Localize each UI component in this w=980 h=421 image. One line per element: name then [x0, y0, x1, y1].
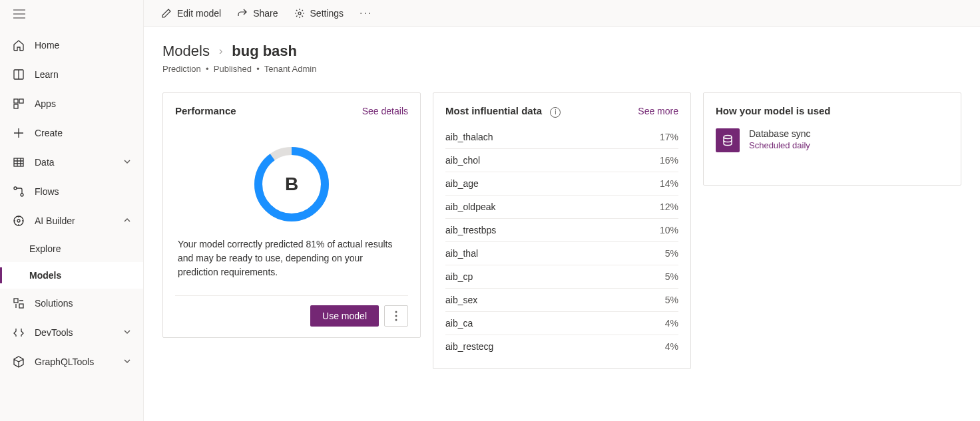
svg-point-7 [14, 216, 23, 225]
svg-rect-10 [19, 304, 23, 308]
topbar: Edit model Share Settings ··· [144, 0, 980, 27]
flows-icon [12, 185, 25, 198]
feature-name: aib_chol [445, 155, 480, 166]
feature-percent: 17% [660, 132, 678, 142]
nav-label: Create [35, 128, 63, 138]
grid-icon [12, 156, 25, 169]
book-icon [12, 68, 25, 81]
chevron-down-icon [123, 327, 131, 338]
breadcrumb-current: bug bash [232, 43, 297, 60]
nav-ai-builder[interactable]: AI Builder [0, 206, 143, 235]
nav-label: Explore [29, 243, 61, 254]
svg-point-14 [395, 311, 397, 313]
influential-row: aib_thalach17% [445, 126, 678, 149]
nav-apps[interactable]: Apps [0, 89, 143, 118]
breadcrumb: Models › bug bash [162, 43, 961, 60]
nav-label: Flows [35, 186, 59, 197]
influential-row: aib_age14% [445, 172, 678, 196]
use-model-button[interactable]: Use model [310, 305, 379, 327]
nav-label: Apps [35, 98, 56, 109]
feature-percent: 5% [665, 248, 678, 259]
nav-flows[interactable]: Flows [0, 177, 143, 206]
feature-percent: 16% [660, 155, 678, 166]
devtools-icon [12, 326, 25, 339]
nav-models[interactable]: Models [0, 262, 143, 289]
content: Models › bug bash Prediction • Published… [144, 27, 980, 421]
nav-label: Solutions [35, 298, 73, 309]
card-title: Performance [175, 105, 236, 116]
svg-point-5 [14, 187, 17, 190]
performance-description: Your model correctly predicted 81% of ac… [175, 237, 408, 279]
button-label: Share [253, 8, 278, 19]
chevron-down-icon [123, 356, 131, 367]
svg-point-6 [21, 194, 23, 196]
feature-percent: 5% [665, 271, 678, 282]
influential-row: aib_sex5% [445, 289, 678, 312]
nav-label: DevTools [35, 327, 73, 338]
feature-percent: 10% [660, 225, 678, 235]
nav-learn[interactable]: Learn [0, 60, 143, 89]
nav-label: GraphQLTools [35, 356, 94, 367]
nav-explore[interactable]: Explore [0, 235, 143, 262]
influential-row: aib_restecg4% [445, 335, 678, 358]
feature-name: aib_oldpeak [445, 202, 496, 212]
svg-point-17 [724, 136, 732, 139]
feature-name: aib_trestbps [445, 225, 496, 235]
svg-rect-9 [14, 299, 18, 303]
chevron-up-icon [123, 215, 131, 226]
settings-button[interactable]: Settings [288, 4, 351, 23]
ai-icon [12, 214, 25, 227]
usage-item[interactable]: Database sync Scheduled daily [716, 128, 949, 152]
influential-row: aib_chol16% [445, 149, 678, 172]
hamburger-icon[interactable] [0, 0, 143, 31]
feature-name: aib_restecg [445, 341, 493, 352]
usage-item-title: Database sync [749, 128, 811, 139]
nav-solutions[interactable]: Solutions [0, 289, 143, 318]
feature-percent: 12% [660, 202, 678, 212]
plus-icon [12, 126, 25, 140]
button-label: Settings [310, 8, 344, 19]
chevron-down-icon [123, 157, 131, 168]
nav-home[interactable]: Home [0, 31, 143, 60]
svg-point-16 [395, 319, 397, 321]
feature-name: aib_ca [445, 318, 473, 329]
apps-icon [12, 97, 25, 110]
more-button[interactable]: ··· [353, 3, 379, 23]
main: Edit model Share Settings ··· Models › b… [144, 0, 980, 421]
svg-point-8 [17, 219, 20, 222]
feature-percent: 4% [665, 341, 678, 352]
feature-name: aib_sex [445, 295, 477, 305]
usage-card: How your model is used Database sync Sch… [703, 92, 961, 186]
breadcrumb-parent[interactable]: Models [162, 43, 210, 60]
card-title: Most influential data [445, 105, 542, 116]
influential-list: aib_thalach17%aib_chol16%aib_age14%aib_o… [445, 126, 678, 358]
nav-label: Learn [35, 69, 59, 80]
svg-point-15 [395, 315, 397, 317]
svg-rect-2 [19, 99, 23, 103]
feature-percent: 5% [665, 295, 678, 305]
influential-row: aib_trestbps10% [445, 219, 678, 242]
nav-create[interactable]: Create [0, 118, 143, 148]
nav-devtools[interactable]: DevTools [0, 318, 143, 347]
influential-row: aib_oldpeak12% [445, 196, 678, 219]
performance-donut: B [252, 144, 332, 224]
influential-row: aib_ca4% [445, 312, 678, 335]
model-meta: Prediction • Published • Tenant Admin [162, 64, 961, 74]
nav-graphqltools[interactable]: GraphQLTools [0, 347, 143, 376]
influential-row: aib_cp5% [445, 265, 678, 289]
see-details-link[interactable]: See details [362, 106, 408, 116]
influential-row: aib_thal5% [445, 242, 678, 265]
edit-model-button[interactable]: Edit model [154, 4, 228, 23]
sidebar: Home Learn Apps Create Data Flows AI Bui… [0, 0, 144, 421]
info-icon[interactable]: i [550, 107, 561, 118]
svg-rect-3 [14, 104, 18, 108]
share-button[interactable]: Share [230, 4, 284, 23]
nav-data[interactable]: Data [0, 148, 143, 177]
home-icon [12, 39, 25, 52]
svg-rect-4 [14, 158, 23, 166]
feature-name: aib_age [445, 178, 479, 189]
graphql-icon [12, 355, 25, 368]
more-actions-button[interactable] [384, 305, 408, 327]
see-more-link[interactable]: See more [638, 106, 678, 116]
svg-point-11 [298, 12, 301, 15]
